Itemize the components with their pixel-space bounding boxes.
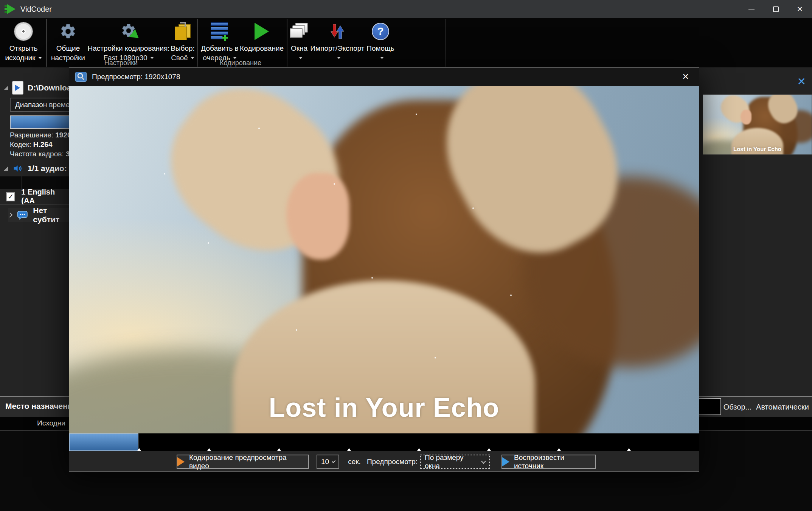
range-dropdown-value: Диапазон времен (15, 101, 69, 109)
open-source-button[interactable]: Открыть исходник (2, 20, 45, 62)
subtitles-row[interactable]: Нет субтит (8, 208, 69, 222)
range-slider[interactable] (10, 115, 69, 129)
close-icon: ✕ (797, 5, 803, 14)
duration-value: 10 (321, 458, 329, 466)
video-thumbnail[interactable]: Lost in Your Echo (703, 94, 812, 155)
encoding-settings-label1: Настройки кодирования: (87, 44, 169, 53)
minimize-icon (748, 9, 755, 9)
duration-unit-label: сек. (345, 455, 364, 469)
dropdown-icon (191, 57, 194, 59)
dropdown-icon (150, 57, 154, 59)
fit-mode-select[interactable]: По размеру окна (420, 455, 490, 469)
toolbar-separator (197, 19, 198, 67)
preview-dialog: Предпросмотр: 1920x1078 ✕ Lost in Your E… (69, 67, 699, 472)
preview-dialog-title: Предпросмотр: 1920x1078 (92, 73, 180, 81)
maximize-icon (773, 6, 779, 12)
minimize-button[interactable] (739, 0, 764, 18)
preview-close-button[interactable]: ✕ (678, 70, 693, 83)
divider (0, 204, 69, 205)
add-to-queue-label1: Добавить в (201, 44, 238, 53)
range-dropdown[interactable]: Диапазон времен (10, 98, 69, 112)
resolution-value: 1920 × (55, 131, 69, 139)
maximize-button[interactable] (764, 0, 788, 18)
subtitle-bubble-icon (17, 209, 28, 221)
seek-progress (69, 433, 138, 451)
add-to-queue-button[interactable]: Добавить в очередь (199, 20, 240, 62)
expander-icon[interactable] (4, 86, 8, 90)
seek-tick-icon (417, 448, 421, 451)
chevron-down-icon (481, 459, 486, 464)
source-row[interactable]: D:\Downloa (4, 81, 69, 95)
preset-pages-icon (174, 22, 191, 41)
audio-header: 1/1 аудио: (28, 164, 67, 173)
expander-collapsed-icon[interactable] (8, 212, 12, 217)
seek-tick-icon (347, 448, 351, 451)
open-source-label2: исходник (5, 54, 35, 62)
queue-icon (211, 22, 229, 41)
audio-section-row[interactable]: 1/1 аудио: (4, 162, 67, 175)
checkbox-check-icon: ✓ (8, 192, 14, 201)
source-row-label: Исходни (37, 419, 65, 427)
audio-table-header (0, 176, 69, 189)
preview-frame: Lost in Your Echo (69, 86, 699, 433)
window-title: VidCoder (20, 5, 52, 14)
seek-tick-icon (137, 448, 141, 451)
auto-name-button[interactable]: Автоматически (755, 397, 810, 417)
codec-value: H.264 (33, 140, 53, 148)
help-icon: ? (372, 23, 389, 40)
disc-icon (14, 22, 33, 41)
dropdown-icon (380, 57, 384, 59)
play-icon (255, 23, 269, 40)
seek-tick-icon (627, 448, 631, 451)
preset-choice-label2: Своё (171, 54, 188, 62)
windows-icon (290, 23, 309, 40)
preview-dialog-titlebar: Предпросмотр: 1920x1078 ✕ (69, 68, 699, 86)
general-settings-label2: настройки (51, 53, 85, 62)
group-label-encoding: Кодирование (206, 59, 275, 67)
encode-label: Кодирование (240, 44, 284, 53)
main-toolbar: Открыть исходник Общие настройки Настрой… (0, 18, 812, 67)
plus-icon (222, 35, 228, 41)
duration-select[interactable]: 10 (317, 455, 339, 469)
encode-play-icon (177, 457, 185, 466)
preset-choice-button[interactable]: Выбор: Своё (169, 20, 197, 62)
video-file-icon (12, 81, 23, 94)
destination-path-input[interactable] (698, 398, 721, 415)
play-source-button[interactable]: Воспроизвести источник (501, 455, 596, 469)
subtitles-label: Нет субтит (33, 206, 69, 224)
window-titlebar: VidCoder ✕ (0, 0, 812, 18)
play-source-label: Воспроизвести источник (514, 453, 595, 470)
import-export-label: Импорт/Экспорт (310, 44, 364, 53)
toolbar-separator (446, 19, 446, 67)
help-button[interactable]: ? Помощь (365, 20, 396, 62)
seek-tick-icon (557, 448, 561, 451)
general-settings-label1: Общие (56, 44, 80, 53)
video-title-overlay: Lost in Your Echo (69, 393, 699, 423)
general-settings-button[interactable]: Общие настройки (48, 20, 88, 62)
windows-button[interactable]: Окна (288, 20, 310, 62)
panel-close-button[interactable]: ✕ (797, 76, 806, 87)
encode-preview-button[interactable]: Кодирование предпросмотра видео (177, 455, 309, 469)
thumbnail-image: Lost in Your Echo (703, 95, 812, 154)
audio-track-row: ✓ 1 English (AA (6, 191, 69, 202)
encode-preview-label: Кодирование предпросмотра видео (189, 453, 308, 470)
preview-controls: Кодирование предпросмотра видео 10 сек. … (69, 451, 699, 471)
import-export-button[interactable]: Импорт/Экспорт (311, 20, 364, 62)
close-button[interactable]: ✕ (788, 0, 812, 18)
browse-button[interactable]: Обзор... (722, 397, 753, 417)
expander-icon[interactable] (4, 167, 8, 171)
speaker-icon (12, 163, 24, 174)
group-label-settings: Настройки (87, 59, 155, 67)
audio-track-label: 1 English (AA (21, 188, 69, 205)
encoding-settings-button[interactable]: Настройки кодирования: Fast 1080p30 (88, 20, 169, 62)
seek-tick-icon (487, 448, 491, 451)
encode-button[interactable]: Кодирование (241, 20, 283, 53)
thumbnail-caption: Lost in Your Echo (703, 146, 812, 152)
dropdown-icon (233, 57, 237, 59)
source-path: D:\Downloa (28, 83, 69, 92)
resolution-label: Разрешение: (10, 131, 53, 139)
seek-bar[interactable] (69, 433, 699, 451)
audio-track-checkbox[interactable]: ✓ (6, 192, 15, 201)
open-source-label1: Открыть (9, 44, 38, 53)
import-export-icon (329, 22, 346, 41)
